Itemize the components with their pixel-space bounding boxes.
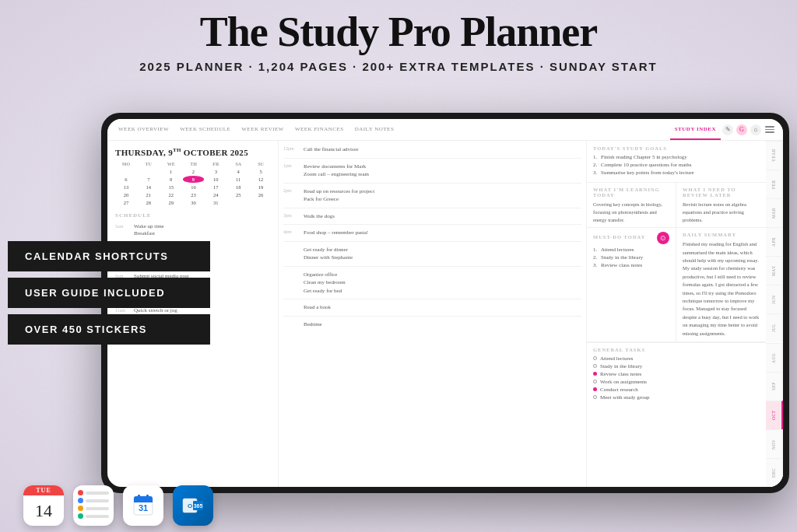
sched-content: Call the financial advisor — [304, 145, 359, 154]
cal-day[interactable]: 19 — [250, 184, 272, 191]
date-heading: THURSDAY, 9TH OCTOBER 2025 — [115, 147, 272, 157]
cal-day[interactable]: 2 — [183, 168, 205, 175]
schedule-item: 12pm Call the financial advisor — [283, 145, 581, 154]
cal-day-today[interactable]: 9 — [183, 176, 205, 183]
task-dot — [593, 364, 597, 368]
sidebar-tab-dec[interactable]: DEC — [766, 458, 783, 487]
sidebar-tab-feb[interactable]: FEB — [766, 170, 783, 198]
tab-daily-notes[interactable]: DAILY NOTES — [350, 119, 399, 140]
feature-badges: CALENDAR SHORTCUTS USER GUIDE INCLUDED O… — [8, 241, 210, 345]
cal-day-sa: SA — [227, 162, 249, 166]
review-later: WHAT I NEED TO REVIEW LATER Revisit lect… — [676, 183, 766, 227]
cal-day[interactable]: 13 — [115, 184, 137, 191]
menu-line-3 — [765, 131, 774, 133]
tab-week-overview[interactable]: WEEK OVERVIEW — [114, 119, 174, 140]
cal-day[interactable]: 25 — [227, 191, 249, 198]
nav-icon-2[interactable]: G — [736, 124, 747, 135]
sidebar-tab-may[interactable]: MAY — [766, 256, 783, 285]
reminder-text — [86, 515, 109, 518]
cal-day[interactable] — [115, 168, 137, 175]
learning-text: Covering key concepts in biology, focusi… — [593, 201, 669, 223]
sidebar-tab-apr[interactable]: APR — [766, 227, 783, 256]
tab-study-index[interactable]: STUDY INDEX — [670, 119, 721, 140]
cal-day[interactable]: 21 — [138, 191, 160, 198]
goal-3: Summarise key points from today's lectur… — [593, 170, 760, 176]
menu-line-2 — [765, 129, 774, 131]
sidebar-tab-oct[interactable]: OCT — [766, 401, 783, 429]
study-goals-section: TODAY'S STUDY GOALS Finish reading Chapt… — [587, 141, 766, 183]
reminder-line — [78, 490, 109, 495]
summary-text: Finished my reading for English and summ… — [683, 240, 760, 338]
schedule-row: 5am Wake up timeBreakfast — [115, 223, 272, 239]
cal-day[interactable]: 14 — [138, 184, 160, 191]
cal-day[interactable]: 29 — [160, 199, 182, 206]
cal-day-tu: TU — [138, 162, 160, 166]
task-dot-filled — [593, 372, 597, 376]
cal-day[interactable]: 27 — [115, 199, 137, 206]
nav-icon-1[interactable]: ✎ — [722, 124, 733, 135]
task-text: Work on assignments — [600, 379, 647, 385]
cal-day[interactable]: 22 — [160, 191, 182, 198]
right-panel: TODAY'S STUDY GOALS Finish reading Chapt… — [587, 141, 766, 487]
cal-day[interactable]: 16 — [183, 184, 205, 191]
calendar-widget[interactable]: TUE 14 — [23, 485, 64, 526]
reminder-dot-red — [78, 490, 83, 495]
right-sidebar: YEAR FEB MAR APR MAY JUN JUL AUG SEP OCT… — [766, 141, 783, 487]
cal-day[interactable]: 3 — [205, 168, 226, 175]
sidebar-tab-mar[interactable]: MAR — [766, 198, 783, 227]
cal-day[interactable]: 12 — [250, 176, 272, 183]
main-title: The Study Pro Planner — [0, 9, 797, 55]
menu-button[interactable] — [763, 124, 777, 135]
cal-day[interactable]: 26 — [250, 191, 272, 198]
cal-day[interactable]: 10 — [205, 176, 226, 183]
sched-content: Food shop – remember pasta! — [304, 229, 368, 237]
sidebar-tab-sep[interactable]: SEP — [766, 372, 783, 401]
sidebar-tab-jul[interactable]: JUL — [766, 313, 783, 342]
cal-day[interactable]: 31 — [205, 199, 226, 206]
cal-day[interactable] — [250, 199, 272, 206]
cal-day[interactable]: 18 — [227, 184, 249, 191]
task-item: Conduct research — [593, 387, 760, 393]
cal-day[interactable]: 24 — [205, 191, 226, 198]
tab-week-schedule[interactable]: WEEK SCHEDULE — [175, 119, 235, 140]
outlook-icon[interactable]: O 365 — [173, 485, 213, 526]
cal-day[interactable]: 20 — [115, 191, 137, 198]
tab-week-review[interactable]: WEEK REVIEW — [237, 119, 289, 140]
cal-day[interactable]: 7 — [138, 176, 160, 183]
middle-scroll: 12pm Call the financial advisor 1pm Revi… — [279, 141, 586, 487]
cal-day[interactable] — [227, 199, 249, 206]
two-col-section: WHAT I'M LEARNING TODAY Covering key con… — [587, 183, 766, 228]
google-calendar-icon[interactable]: 31 — [123, 485, 163, 526]
cal-day[interactable]: 8 — [160, 176, 182, 183]
cal-day[interactable]: 6 — [115, 176, 137, 183]
sidebar-tab-year[interactable]: YEAR — [766, 141, 783, 170]
cal-day[interactable]: 23 — [183, 191, 205, 198]
task-item: Work on assignments — [593, 379, 760, 385]
cal-day[interactable]: 4 — [227, 168, 249, 175]
cal-day[interactable] — [138, 168, 160, 175]
cal-day[interactable]: 17 — [205, 184, 226, 191]
sidebar-tab-jun[interactable]: JUN — [766, 285, 783, 313]
cal-day[interactable]: 30 — [183, 199, 205, 206]
cal-day[interactable]: 28 — [138, 199, 160, 206]
reminder-dot-green — [78, 513, 83, 519]
cal-day[interactable]: 5 — [250, 168, 272, 175]
task-text: Study in the library — [600, 363, 642, 369]
sidebar-tab-aug[interactable]: AUG — [766, 343, 783, 372]
reminder-text — [86, 492, 109, 495]
svg-text:365: 365 — [194, 503, 203, 509]
cal-day[interactable]: 15 — [160, 184, 182, 191]
review-text: Revisit lecture notes on algebra equatio… — [683, 201, 760, 223]
sched-content: Get ready for dinnerDinner with Stephani… — [304, 246, 353, 262]
mini-calendar: MO TU WE TH FR SA SU 1 2 3 4 — [115, 162, 272, 206]
tab-week-finances[interactable]: WEEK FINANCES — [290, 119, 349, 140]
cal-day[interactable]: 11 — [227, 176, 249, 183]
must-do-2: Study in the library — [593, 254, 669, 261]
sched-time — [283, 320, 300, 321]
cal-day[interactable]: 1 — [160, 168, 182, 175]
sidebar-tab-nov[interactable]: NOV — [766, 429, 783, 458]
svg-text:O: O — [188, 502, 192, 509]
reminders-widget[interactable] — [73, 485, 114, 526]
nav-icon-3[interactable]: ⌂ — [750, 124, 761, 135]
schedule-text: Wake up timeBreakfast — [134, 223, 164, 239]
